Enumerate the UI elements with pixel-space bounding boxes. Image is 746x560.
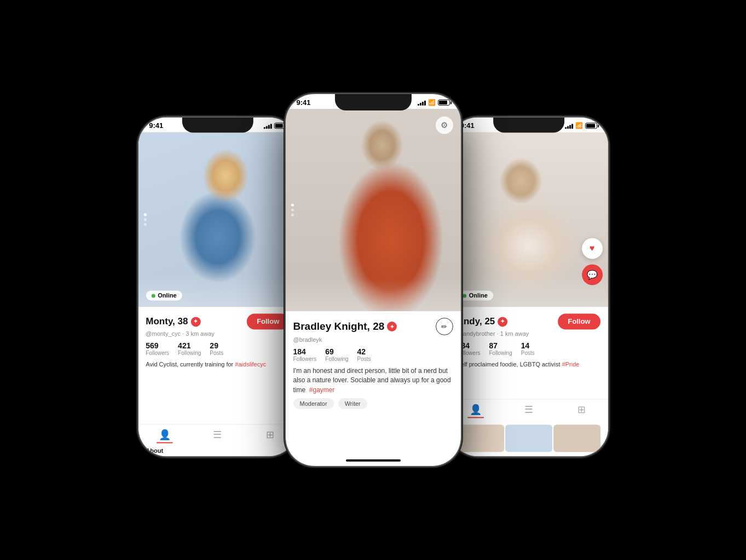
stats-right: 184 Followers 87 Following 14 Posts <box>457 341 600 356</box>
wifi-icon-right: 📶 <box>575 122 583 129</box>
heart-button-right[interactable]: ♥ <box>582 238 603 259</box>
online-badge-right: Online <box>457 290 493 300</box>
status-icons-right: 📶 <box>565 122 597 129</box>
name-row-right: Andy, 25 ✦ Follow <box>457 313 600 329</box>
nav-tabs-right: 👤 ☰ ⊞ <box>449 399 608 420</box>
verified-icon-left: ✦ <box>190 317 200 326</box>
photo-area-right: ♥ 💬 Online <box>449 132 608 307</box>
name-row-center: Bradley Knight, 28 ✦ ✏ <box>293 318 453 335</box>
verified-icon-right: ✦ <box>498 317 507 326</box>
bio-right: Self proclaimed foodie, LGBTQ activist #… <box>457 360 600 369</box>
battery-icon-left <box>274 122 286 129</box>
verified-icon-center: ✦ <box>387 322 397 331</box>
profile-name-right: Andy, 25 ✦ <box>457 316 508 327</box>
thumb-3 <box>553 424 600 452</box>
follow-button-right[interactable]: Follow <box>558 313 600 329</box>
tab-list-right[interactable]: ☰ <box>502 404 555 418</box>
tab-list-left[interactable]: ☰ <box>191 429 244 443</box>
battery-icon-center <box>438 100 450 106</box>
thumb-2 <box>505 424 552 452</box>
profile-icon-left: 👤 <box>159 429 171 441</box>
followers-stat-center: 184 Followers <box>293 347 317 362</box>
scene: 9:41 <box>72 34 674 526</box>
profile-info-right: Andy, 25 ✦ Follow @andybrother · 1 km aw… <box>449 307 608 399</box>
battery-icon-right <box>585 122 597 129</box>
status-icons-left <box>263 122 286 129</box>
tags-row-center: Moderator Writer <box>293 398 453 409</box>
notch-center <box>335 94 412 110</box>
profile-name-center: Bradley Knight, 28 ✦ <box>293 320 397 332</box>
signal-icon-right <box>565 123 573 129</box>
thumbnail-row-right <box>449 420 608 456</box>
posts-stat-center: 42 Posts <box>357 347 371 362</box>
tab-profile-left[interactable]: 👤 <box>138 429 191 443</box>
followers-stat-left: 569 Followers <box>146 341 169 356</box>
following-stat-center: 69 Following <box>325 347 348 362</box>
name-row-left: Monty, 38 ✦ Follow <box>146 313 289 329</box>
time-center: 9:41 <box>297 98 311 107</box>
tab-grid-right[interactable]: ⊞ <box>555 404 608 418</box>
scroll-dots-left <box>143 213 146 226</box>
thumb-1 <box>457 424 504 452</box>
time-left: 9:41 <box>149 121 163 130</box>
online-badge-left: Online <box>146 290 182 300</box>
nav-tabs-left: 👤 ☰ ⊞ <box>138 424 297 445</box>
follow-button-left[interactable]: Follow <box>247 313 289 329</box>
status-icons-center: 📶 <box>418 99 450 106</box>
phone-center: 9:41 📶 <box>286 94 461 466</box>
home-indicator-center <box>346 459 401 462</box>
signal-icon-left <box>263 123 271 129</box>
profile-info-left: Monty, 38 ✦ Follow @monty_cyc · 3 km awa… <box>138 307 297 424</box>
grid-icon-right: ⊞ <box>577 404 586 416</box>
photo-area-center: ⚙ <box>286 109 461 311</box>
tag-writer: Writer <box>338 398 367 409</box>
list-icon-right: ☰ <box>524 404 533 416</box>
notch-left <box>182 117 253 132</box>
profile-icon-right: 👤 <box>470 404 482 416</box>
photo-area-left: Online <box>138 132 297 307</box>
handle-center: @bradleyk <box>293 336 453 343</box>
bio-left: Avid Cyclist, currently training for #ai… <box>146 360 289 369</box>
online-dot-left <box>151 294 155 298</box>
bio-center: I'm an honest and direct person, little … <box>293 366 453 395</box>
scroll-dots-center <box>291 204 294 217</box>
profile-name-left: Monty, 38 ✦ <box>146 316 200 327</box>
following-stat-right: 87 Following <box>489 341 512 356</box>
nav-label-left: About <box>138 445 297 456</box>
wifi-icon-center: 📶 <box>428 99 436 106</box>
grid-icon-left: ⊞ <box>266 429 274 441</box>
phone-right: 9:41 📶 ♥ 💬 <box>449 117 608 456</box>
stats-center: 184 Followers 69 Following 42 Posts <box>293 347 453 362</box>
online-dot-right <box>462 294 466 298</box>
profile-info-center: Bradley Knight, 28 ✦ ✏ @bradleyk 184 Fol… <box>286 311 461 456</box>
action-buttons-right: ♥ 💬 <box>582 238 603 285</box>
handle-right: @andybrother · 1 km away <box>457 330 600 337</box>
posts-stat-left: 29 Posts <box>210 341 223 356</box>
stats-left: 569 Followers 421 Following 29 Posts <box>146 341 289 356</box>
handle-left: @monty_cyc · 3 km away <box>146 330 289 337</box>
following-stat-left: 421 Following <box>178 341 201 356</box>
tag-moderator: Moderator <box>293 398 334 409</box>
signal-icon-center <box>418 100 426 106</box>
chat-button-right[interactable]: 💬 <box>582 264 603 285</box>
phone-left: 9:41 <box>138 117 297 456</box>
notch-right <box>493 117 564 132</box>
edit-button-center[interactable]: ✏ <box>436 318 453 335</box>
posts-stat-right: 14 Posts <box>521 341 535 356</box>
time-right: 9:41 <box>460 121 475 130</box>
list-icon-left: ☰ <box>213 429 222 441</box>
settings-icon[interactable]: ⚙ <box>436 116 453 134</box>
